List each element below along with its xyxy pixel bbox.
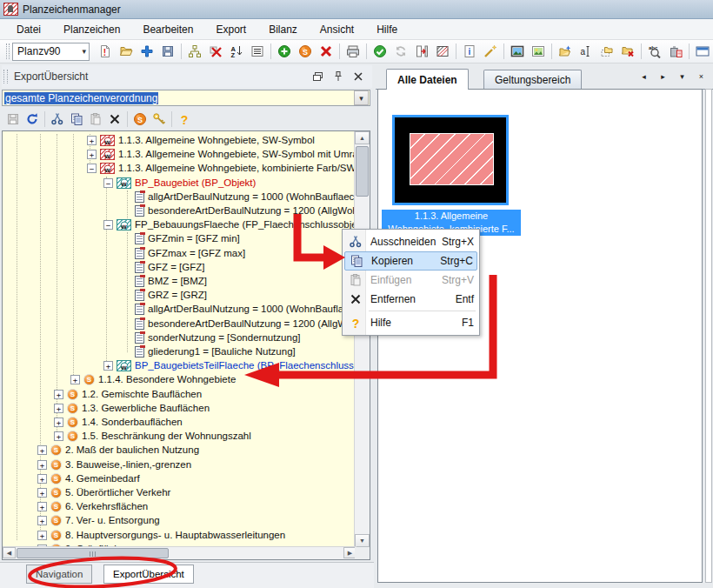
tree-node-1-1-4-besondere-wohngeb[interactable]: +S1.1.4. Besondere Wohngebiete [3,373,355,387]
expand-icon[interactable]: + [54,418,63,427]
tree-node-gfz-gfz-[interactable]: GFZ = [GFZ] [3,261,355,275]
add-plus-button[interactable] [137,42,157,61]
close-icon[interactable] [350,70,365,84]
hatch-swatch-button[interactable] [432,42,453,61]
menu-planzeichen[interactable]: Planzeichen [52,21,131,38]
tree-node-1-2-gemischte-baufläche[interactable]: +S1.2. Gemischte Bauflächen [3,388,355,402]
expand-icon[interactable]: + [103,361,113,371]
tree-node-allgartderbaulnutzung-[interactable]: allgArtDerBaulNutzung = 1000 (WohnBaufla… [3,190,355,204]
menu-ansicht[interactable]: Ansicht [309,21,365,38]
expand-icon[interactable]: + [37,445,47,455]
profile-combobox[interactable]: Planzv90 ▾ [12,43,90,61]
hierarchy-delete-button[interactable] [205,42,226,61]
add-circle-button[interactable] [274,42,295,61]
save-disabled-button[interactable] [3,110,23,128]
info-document-button[interactable]: i [459,42,480,61]
context-menu-item-hilfe[interactable]: ?HilfeF1 [344,313,477,332]
expand-icon[interactable]: + [54,390,63,399]
scroll-left-icon[interactable]: ◀ [3,547,16,558]
balance-button[interactable]: S [130,110,150,128]
folder-new-button[interactable] [555,42,576,61]
tree-node-8-hauptversorgungs-u-[interactable]: +S8. Hauptversorgungs- u. Hauptabwasserl… [3,529,355,543]
expand-icon[interactable]: + [37,460,47,470]
magic-wand-button[interactable] [480,42,501,61]
context-menu-item-entfernen[interactable]: EntfernenEntf [344,290,477,309]
apply-check-button[interactable] [370,42,390,61]
scroll-up-icon[interactable]: ▲ [355,131,370,144]
expand-icon[interactable]: + [87,150,97,159]
tree-node-bp-baugebietsteilflaeche[interactable]: +WBP_BaugebietsTeilFlaeche (BP_Flaechens… [3,359,355,373]
hierarchy-button[interactable] [184,42,205,61]
tree-node-1-5-beschränkung-der-wo[interactable]: +S1.5. Beschränkung der Wohnungszahl [3,430,355,444]
context-menu-item-kopieren[interactable]: KopierenStrg+C [344,251,477,271]
tree-node-sondernutzung-sonder[interactable]: sonderNutzung = [Sondernutzung] [3,331,355,345]
folder-copy-button[interactable] [596,42,617,61]
open-folder-button[interactable] [116,42,137,61]
collapsed-scrollbar-strip[interactable] [705,89,712,583]
panel-grip[interactable] [3,70,8,84]
expand-icon[interactable]: + [37,516,47,525]
bottom-tab-exportübersicht[interactable]: ExportÜbersicht [103,565,194,584]
tree-node-2-maß-der-baulichen-nut[interactable]: +S2. Maß der baulichen Nutzung [3,444,355,458]
tree-node-grz-grz-[interactable]: GRZ = [GRZ] [3,289,355,303]
tree-node-gfzmin-gfz-min-[interactable]: GFZmin = [GFZ min] [3,232,355,246]
print-button[interactable] [343,42,363,61]
tree-node-besondereartderbaulnutzu[interactable]: besondereArtDerBaulNutzung = 1200 (AllgW… [3,204,355,218]
tree-node-1-3-gewerbliche-baufläc[interactable]: +S1.3. Gewerbliche Bauflächen [3,402,355,416]
tree-node-1-1-3-allgemeine-wohnge[interactable]: +W1.1.3. Allgemeine Wohngebiete, SW-Symb… [3,148,355,162]
scrollbar-thumb[interactable] [356,146,369,197]
refresh-blue-button[interactable] [23,110,42,128]
context-menu-item-ausschneiden[interactable]: AusschneidenStrg+X [344,232,477,251]
title-bar[interactable]: Planzeichenmanager [0,0,713,19]
tree-node-gliederung1-bauliche[interactable]: gliederung1 = [Bauliche Nutzung] [3,345,355,359]
delete-x-button[interactable] [316,42,337,61]
collapse-icon[interactable]: − [103,220,113,230]
collapse-icon[interactable]: − [103,178,113,188]
menu-datei[interactable]: Datei [5,21,52,38]
expand-icon[interactable]: + [70,375,80,384]
chevron-down-icon[interactable]: ▾ [82,47,86,56]
cut-button[interactable] [48,110,67,128]
bottom-tab-navigation[interactable]: Navigation [26,565,92,584]
toolbar-grip[interactable] [6,43,10,59]
context-menu-item-einfügen[interactable]: EinfügenStrg+V [344,271,477,290]
tree-node-bmz-bmz-[interactable]: BMZ = [BMZ] [3,275,355,289]
copy-button[interactable] [67,110,86,128]
tree-node-allgartderbaulnutzung-[interactable]: allgArtDerBaulNutzung = 1000 (WohnBaufla… [3,303,355,317]
planzeichen-thumbnail[interactable] [392,115,509,205]
export-tree[interactable]: +W1.1.3. Allgemeine Wohngebiete, SW-Symb… [2,130,370,560]
expand-icon[interactable]: + [37,502,47,511]
paste-disabled-button[interactable] [86,110,105,128]
menu-bearbeiten[interactable]: Bearbeiten [131,21,204,38]
scroll-right-icon[interactable]: ▸ [656,70,670,83]
tree-node-1-4-sonderbauflächen[interactable]: +S1.4. Sonderbauflächen [3,416,355,430]
sort-az-button[interactable]: AZ [226,42,247,61]
list-view-button[interactable] [247,42,268,61]
tree-vertical-scrollbar[interactable]: ▲ ▼ [354,131,370,547]
tree-node-fp-bebauungsflaeche-fp-[interactable]: −WFP_BebauungsFlaeche (FP_Flaechenschlus… [3,218,355,232]
menu-hilfe[interactable]: Hilfe [365,21,409,38]
preview-tab-geltungsbereich[interactable]: Geltungsbereich [483,70,582,89]
window-clipped-button[interactable] [692,42,713,61]
export-scope-combobox[interactable]: gesamte Planzeichenverordnung ▾ [2,90,370,106]
delete-trash-button[interactable] [665,42,686,61]
expand-icon[interactable]: + [37,474,47,484]
scroll-down-icon[interactable]: ▼ [355,534,370,547]
scroll-left-icon[interactable]: ◂ [637,70,650,83]
pin-icon[interactable] [330,70,345,84]
tree-node-besondereartderbaulnutzu[interactable]: besondereArtDerBaulNutzung = 1200 (AllgW… [3,317,355,331]
tree-node-1-1-3-allgemeine-wohnge[interactable]: −W1.1.3. Allgemeine Wohngebiete, kombini… [3,162,355,176]
refresh-button[interactable] [390,42,411,61]
expand-icon[interactable]: + [54,404,63,413]
tree-horizontal-scrollbar[interactable]: ◀ ▶ [3,546,356,559]
tree-node-5-überörtlicher-verkehr[interactable]: +S5. Überörtlicher Verkehr [3,486,355,500]
tree-node-1-1-3-allgemeine-wohnge[interactable]: +W1.1.3. Allgemeine Wohngebiete, SW-Symb… [3,134,355,148]
key-button[interactable] [150,110,169,128]
folder-delete-button[interactable] [617,42,638,61]
tree-node-3-bauweise-linien-gre[interactable]: +S3. Bauweise,-linien,-grenzen [3,458,355,472]
more-icon[interactable]: ▾ [676,70,689,83]
expand-icon[interactable]: + [54,431,63,441]
image-photo-button[interactable] [528,42,549,61]
collapse-icon[interactable]: − [87,164,97,173]
tree-node-gfzmax-gfz-max-[interactable]: GFZmax = [GFZ max] [3,247,355,261]
